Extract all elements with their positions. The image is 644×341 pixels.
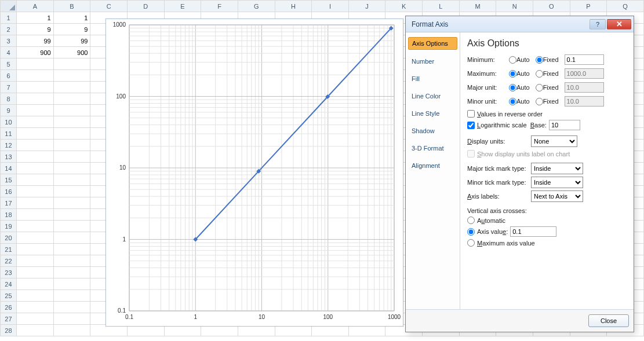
cell-A10[interactable] bbox=[16, 116, 53, 128]
cell-B1[interactable]: 1 bbox=[53, 12, 90, 24]
cell-A24[interactable] bbox=[16, 278, 53, 290]
col-header-D[interactable]: D bbox=[128, 1, 165, 12]
row-header-14[interactable]: 14 bbox=[1, 163, 17, 174]
cell-B15[interactable] bbox=[53, 174, 90, 186]
row-header-6[interactable]: 6 bbox=[1, 70, 17, 82]
col-header-L[interactable]: L bbox=[423, 1, 460, 12]
cell-A25[interactable] bbox=[16, 290, 53, 302]
row-header-25[interactable]: 25 bbox=[1, 290, 17, 302]
cell-B5[interactable] bbox=[53, 58, 90, 70]
cell-A7[interactable] bbox=[16, 82, 53, 93]
cell-A9[interactable] bbox=[16, 105, 53, 116]
cell-B28[interactable] bbox=[53, 325, 90, 336]
row-header-15[interactable]: 15 bbox=[1, 174, 17, 186]
row-header-3[interactable]: 3 bbox=[1, 35, 17, 47]
col-header-F[interactable]: F bbox=[201, 1, 238, 12]
close-icon[interactable]: ✕ bbox=[607, 19, 631, 30]
help-button[interactable]: ? bbox=[590, 19, 606, 30]
cell-A3[interactable]: 99 bbox=[16, 35, 53, 47]
close-button[interactable]: Close bbox=[588, 314, 629, 327]
cell-B8[interactable] bbox=[53, 93, 90, 105]
cell-A1[interactable]: 1 bbox=[16, 12, 53, 24]
row-header-21[interactable]: 21 bbox=[1, 244, 17, 255]
cell-A8[interactable] bbox=[16, 93, 53, 105]
axis-labels-select[interactable]: Next to Axis bbox=[531, 190, 583, 202]
col-header-K[interactable]: K bbox=[385, 1, 423, 12]
cell-A12[interactable] bbox=[16, 140, 53, 151]
cell-B20[interactable] bbox=[53, 232, 90, 244]
cell-B21[interactable] bbox=[53, 244, 90, 255]
nav-item-shadow[interactable]: Shadow bbox=[408, 125, 457, 137]
col-header-H[interactable]: H bbox=[275, 1, 312, 12]
vac-automatic-radio[interactable] bbox=[467, 217, 475, 224]
vac-axis-value-radio[interactable] bbox=[467, 228, 475, 236]
major-tick-select[interactable]: Inside bbox=[531, 163, 583, 174]
cell-A23[interactable] bbox=[16, 267, 53, 278]
cell-B3[interactable]: 99 bbox=[53, 35, 90, 47]
col-header-E[interactable]: E bbox=[164, 1, 201, 12]
minimum-fixed-radio[interactable] bbox=[536, 56, 543, 64]
col-header-P[interactable]: P bbox=[570, 1, 607, 12]
cell-B7[interactable] bbox=[53, 82, 90, 93]
cell-A19[interactable] bbox=[16, 221, 53, 232]
cell-A27[interactable] bbox=[16, 313, 53, 325]
cell-A17[interactable] bbox=[16, 197, 53, 209]
maximum-fixed-radio[interactable] bbox=[536, 70, 543, 78]
minor-unit-auto-radio[interactable] bbox=[509, 98, 516, 105]
cell-A6[interactable] bbox=[16, 70, 53, 82]
col-header-G[interactable]: G bbox=[238, 1, 275, 12]
row-header-19[interactable]: 19 bbox=[1, 221, 17, 232]
row-header-7[interactable]: 7 bbox=[1, 82, 17, 93]
embedded-chart[interactable]: 0.111010010000.11101001000 bbox=[105, 19, 403, 327]
cell-B10[interactable] bbox=[53, 116, 90, 128]
row-header-11[interactable]: 11 bbox=[1, 128, 17, 140]
row-header-9[interactable]: 9 bbox=[1, 105, 17, 116]
nav-item-alignment[interactable]: Alignment bbox=[408, 160, 457, 171]
nav-item-line-style[interactable]: Line Style bbox=[408, 108, 457, 119]
cell-A16[interactable] bbox=[16, 186, 53, 197]
col-header-C[interactable]: C bbox=[90, 1, 128, 12]
nav-item-number[interactable]: Number bbox=[408, 56, 457, 67]
row-header-4[interactable]: 4 bbox=[1, 47, 17, 58]
row-header-18[interactable]: 18 bbox=[1, 209, 17, 221]
cell-B17[interactable] bbox=[53, 197, 90, 209]
vac-maximum-radio[interactable] bbox=[467, 239, 475, 247]
cell-B23[interactable] bbox=[53, 267, 90, 278]
row-header-16[interactable]: 16 bbox=[1, 186, 17, 197]
col-header-J[interactable]: J bbox=[348, 1, 385, 12]
dialog-titlebar[interactable]: Format Axis ? ✕ bbox=[406, 16, 634, 32]
minimum-input[interactable] bbox=[565, 54, 604, 65]
minor-tick-select[interactable]: Inside bbox=[531, 177, 583, 188]
nav-item-fill[interactable]: Fill bbox=[408, 73, 457, 85]
row-header-17[interactable]: 17 bbox=[1, 197, 17, 209]
cell-B22[interactable] bbox=[53, 255, 90, 267]
col-header-A[interactable]: A bbox=[16, 1, 53, 12]
row-header-10[interactable]: 10 bbox=[1, 116, 17, 128]
cell-B4[interactable]: 900 bbox=[53, 47, 90, 58]
cell-B26[interactable] bbox=[53, 302, 90, 313]
cell-A14[interactable] bbox=[16, 163, 53, 174]
cell-A18[interactable] bbox=[16, 209, 53, 221]
vac-axis-value-input[interactable] bbox=[510, 226, 556, 237]
cell-A4[interactable]: 900 bbox=[16, 47, 53, 58]
col-header-N[interactable]: N bbox=[496, 1, 533, 12]
row-header-13[interactable]: 13 bbox=[1, 151, 17, 163]
cell-A15[interactable] bbox=[16, 174, 53, 186]
row-header-23[interactable]: 23 bbox=[1, 267, 17, 278]
cell-B9[interactable] bbox=[53, 105, 90, 116]
cell-B11[interactable] bbox=[53, 128, 90, 140]
row-header-12[interactable]: 12 bbox=[1, 140, 17, 151]
cell-A28[interactable] bbox=[16, 325, 53, 336]
cell-B24[interactable] bbox=[53, 278, 90, 290]
col-header-Q[interactable]: Q bbox=[607, 1, 644, 12]
cell-B2[interactable]: 9 bbox=[53, 24, 90, 35]
maximum-auto-radio[interactable] bbox=[509, 70, 516, 78]
minor-unit-fixed-radio[interactable] bbox=[536, 98, 543, 105]
row-header-8[interactable]: 8 bbox=[1, 93, 17, 105]
col-header-I[interactable]: I bbox=[312, 1, 349, 12]
nav-item-3-d-format[interactable]: 3-D Format bbox=[408, 142, 457, 154]
row-header-28[interactable]: 28 bbox=[1, 325, 17, 336]
cell-B16[interactable] bbox=[53, 186, 90, 197]
row-header-20[interactable]: 20 bbox=[1, 232, 17, 244]
reverse-order-checkbox[interactable] bbox=[467, 110, 475, 118]
